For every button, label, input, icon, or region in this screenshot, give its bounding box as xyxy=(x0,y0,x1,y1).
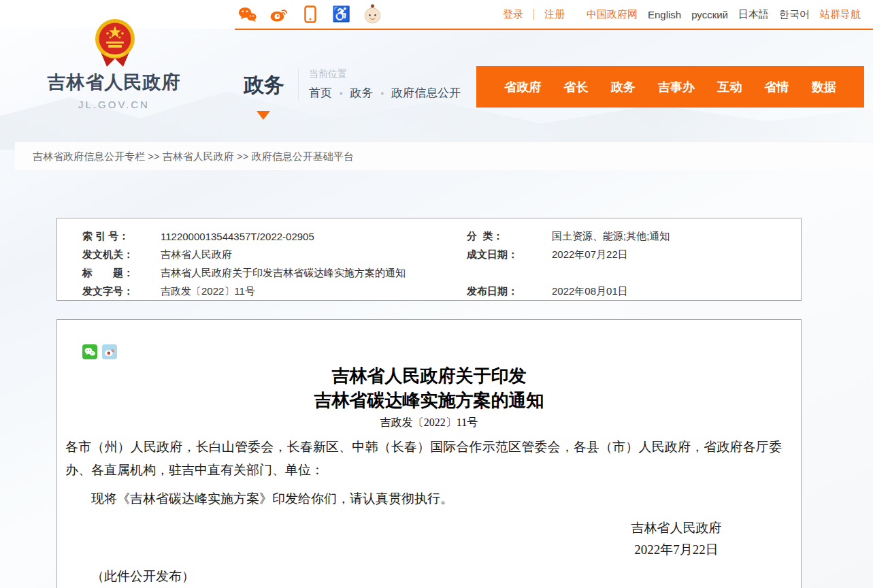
nav-province-info[interactable]: 省情 xyxy=(765,79,789,95)
document-title-line2: 吉林省碳达峰实施方案的通知 xyxy=(57,389,801,413)
breadcrumb-home[interactable]: 首页 xyxy=(309,85,332,101)
title-value: 吉林省人民政府关于印发吉林省碳达峰实施方案的通知 xyxy=(161,267,801,280)
table-row: 索 引 号： 1122000013544357T/2022-02905 分 类：… xyxy=(57,227,801,246)
link-japanese[interactable]: 日本語 xyxy=(738,8,769,21)
weibo-share-icon[interactable] xyxy=(102,344,117,359)
nav-provincial-government[interactable]: 省政府 xyxy=(504,79,541,95)
doc-number-value: 吉政发〔2022〕11号 xyxy=(161,285,467,298)
document-title: 吉林省人民政府关于印发 吉林省碳达峰实施方案的通知 xyxy=(57,364,801,413)
triangle-pointer-icon xyxy=(257,111,270,120)
main-nav: 省政府 省长 政务 吉事办 互动 省情 数据 xyxy=(476,66,864,108)
accent-divider xyxy=(235,29,873,30)
path-bar: 吉林省政府信息公开专栏 >> 吉林省人民政府 >> 政府信息公开基础平台 xyxy=(15,142,873,170)
social-icon-group: ♿ xyxy=(238,3,382,25)
table-row: 标 题： 吉林省人民政府关于印发吉林省碳达峰实施方案的通知 xyxy=(57,264,801,282)
divider xyxy=(298,68,299,101)
link-gov-cn[interactable]: 中国政府网 xyxy=(587,8,638,21)
wechat-icon[interactable] xyxy=(238,5,257,24)
document-paragraph-recipients: 各市（州）人民政府，长白山管委会，长春新区、中韩（长春）国际合作示范区管委会，各… xyxy=(65,436,782,482)
index-number-value: 1122000013544357T/2022-02905 xyxy=(161,231,467,242)
publish-date-label: 发布日期： xyxy=(467,285,552,298)
top-links: 登录 注册 中国政府网 English русский 日本語 한국어 站群导航 xyxy=(493,0,861,29)
publish-date-value: 2022年08月01日 xyxy=(552,285,801,298)
link-korean[interactable]: 한국어 xyxy=(779,8,810,21)
share-icons xyxy=(82,344,801,359)
site-domain: JL.GOV.CN xyxy=(27,99,201,110)
breadcrumb-info-disclosure[interactable]: 政府信息公开 xyxy=(374,85,461,101)
weibo-icon[interactable] xyxy=(269,5,288,24)
nav-jishiban[interactable]: 吉事办 xyxy=(658,79,695,95)
date-written-value: 2022年07月22日 xyxy=(552,248,801,261)
document-title-line1: 吉林省人民政府关于印发 xyxy=(57,364,801,389)
breadcrumb: 首页 政务 政府信息公开 xyxy=(309,85,461,101)
register-link[interactable]: 注册 xyxy=(544,8,565,21)
site-name[interactable]: 吉林省人民政府 xyxy=(27,70,201,95)
mobile-icon[interactable] xyxy=(301,5,319,24)
document-content: 吉林省人民政府关于印发 吉林省碳达峰实施方案的通知 吉政发〔2022〕11号 各… xyxy=(56,319,802,588)
path-bar-text[interactable]: 吉林省政府信息公开专栏 >> 吉林省人民政府 >> 政府信息公开基础平台 xyxy=(15,142,873,171)
index-number-label: 索 引 号： xyxy=(82,230,161,243)
signature-org: 吉林省人民政府 xyxy=(591,517,761,539)
signature-date: 2022年7月22日 xyxy=(591,539,761,561)
breadcrumb-zhengwu[interactable]: 政务 xyxy=(332,85,374,101)
accessibility-icon[interactable]: ♿ xyxy=(332,5,350,24)
issuing-agency-label: 发文机关： xyxy=(82,248,161,261)
national-emblem-logo[interactable] xyxy=(94,18,136,74)
category-label: 分 类： xyxy=(467,230,552,243)
document-metadata-table: 索 引 号： 1122000013544357T/2022-02905 分 类：… xyxy=(56,218,802,301)
document-paragraph-body: 现将《吉林省碳达峰实施方案》印发给你们，请认真贯彻执行。 xyxy=(65,487,782,510)
table-row: 发文字号： 吉政发〔2022〕11号 发布日期： 2022年08月01日 xyxy=(57,282,801,301)
title-label: 标 题： xyxy=(82,267,161,280)
category-value: 国土资源、能源;其他;通知 xyxy=(552,230,801,243)
document-number: 吉政发〔2022〕11号 xyxy=(57,415,801,430)
nav-interaction[interactable]: 互动 xyxy=(717,79,742,95)
wechat-share-icon[interactable] xyxy=(82,344,97,359)
section-title: 政务 xyxy=(244,71,284,99)
signature-block: 吉林省人民政府 2022年7月22日 xyxy=(591,517,761,561)
link-english[interactable]: English xyxy=(648,9,681,20)
doc-number-label: 发文字号： xyxy=(82,285,161,298)
login-link[interactable]: 登录 xyxy=(503,8,523,21)
nav-zhengwu[interactable]: 政务 xyxy=(611,79,636,95)
link-russian[interactable]: русский xyxy=(691,9,728,20)
divider xyxy=(533,9,534,20)
issuing-agency-value: 吉林省人民政府 xyxy=(161,248,467,261)
mascot-icon[interactable] xyxy=(363,5,382,24)
nav-data[interactable]: 数据 xyxy=(812,79,836,95)
date-written-label: 成文日期： xyxy=(467,248,552,261)
nav-governor[interactable]: 省长 xyxy=(564,79,589,95)
link-site-navigation[interactable]: 站群导航 xyxy=(820,8,861,21)
current-location-label: 当前位置 xyxy=(309,68,347,80)
public-release-note: （此件公开发布） xyxy=(91,565,801,588)
table-row: 发文机关： 吉林省人民政府 成文日期： 2022年07月22日 xyxy=(57,246,801,264)
